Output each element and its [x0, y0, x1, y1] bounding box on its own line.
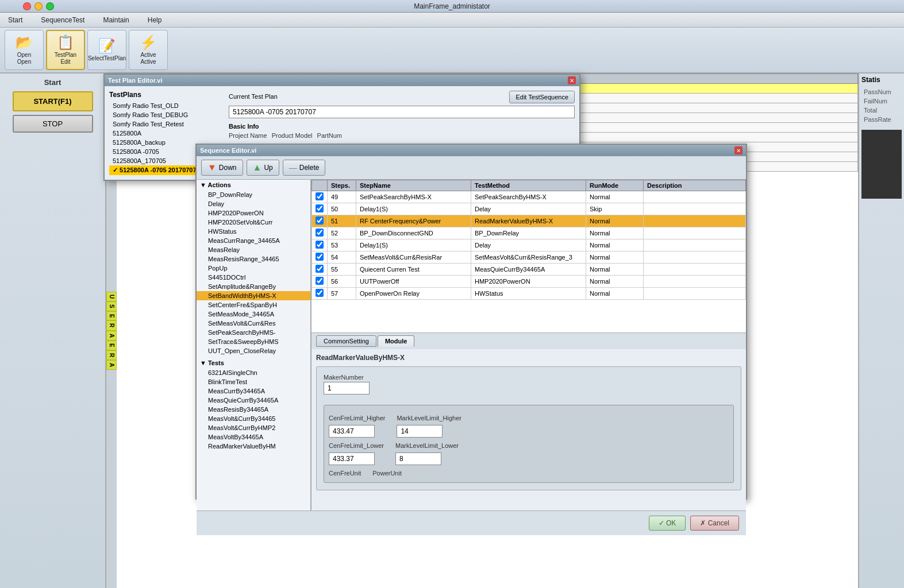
step-check[interactable]	[312, 252, 328, 264]
method-blinktime[interactable]: BlinkTimeTest	[197, 377, 310, 386]
window-controls[interactable]	[23, 2, 54, 10]
test-plan-editor-close[interactable]: ✕	[568, 76, 576, 84]
minimize-button[interactable]	[34, 2, 43, 10]
method-measvoltcurrhmp[interactable]: MeasVolt&CurrByHMP2	[197, 423, 310, 432]
window-title: MainFrame_administator	[414, 2, 490, 10]
method-measvolt34465a[interactable]: MeasVoltBy34465A	[197, 432, 310, 442]
up-button[interactable]: ▲ Up	[247, 160, 279, 176]
menu-sequencetest[interactable]: SequenceTest	[37, 15, 88, 25]
step-row[interactable]: 53 Delay1(S) Delay Normal	[312, 239, 746, 252]
method-setbandwidth[interactable]: SetBandWidthByHMS-X	[197, 291, 310, 300]
title-bar: MainFrame_administator	[0, 0, 904, 13]
power-unit-label: PowerUnit	[372, 470, 402, 477]
step-check[interactable]	[312, 215, 328, 227]
test-plan-editor-titlebar[interactable]: Test Plan Editor.vi ✕	[105, 75, 579, 86]
step-check[interactable]	[312, 239, 328, 252]
cen-fre-higher-input[interactable]	[329, 425, 375, 438]
step-check[interactable]	[312, 203, 328, 215]
stop-button[interactable]: STOP	[13, 115, 93, 133]
menu-start[interactable]: Start	[5, 15, 26, 25]
method-setpeaksearch[interactable]: SetPeakSearchByHMS-	[197, 328, 310, 337]
method-readmarker[interactable]: ReadMarkerValueByHM	[197, 442, 310, 451]
method-measrelay[interactable]: MeasRelay	[197, 245, 310, 254]
method-popup[interactable]: PopUp	[197, 264, 310, 273]
method-hwstatus[interactable]: HWStatus	[197, 227, 310, 236]
method-meascurrrange[interactable]: MeasCurrRange_34465A	[197, 236, 310, 245]
plan-list-item[interactable]: Somfy Radio Test_DEBUG	[109, 110, 224, 119]
method-s4451doctrl[interactable]: S4451DOCtrl	[197, 273, 310, 282]
sequence-editor-window: Sequence Editor.vi ✕ ▼ Down ▲ Up — Delet…	[195, 144, 747, 500]
mark-level-lower-input[interactable]	[395, 452, 441, 465]
cancel-button[interactable]: ✗ Cancel	[690, 516, 739, 531]
mark-level-lower-label: MarkLevelLimit_Lower	[395, 442, 459, 449]
step-name: SetMeasVolt&Curr&ResisRar	[356, 252, 471, 264]
delete-button[interactable]: — Delete	[283, 160, 326, 176]
step-check[interactable]	[312, 191, 328, 203]
ok-button[interactable]: ✓ OK	[649, 516, 686, 531]
method-delay[interactable]: Delay	[197, 199, 310, 208]
step-row[interactable]: 56 UUTPowerOff HMP2020PowerON Normal	[312, 276, 746, 288]
step-row[interactable]: 54 SetMeasVolt&Curr&ResisRar SetMeasVolt…	[312, 252, 746, 264]
method-measvoltcurr34465[interactable]: MeasVolt&CurrBy34465	[197, 414, 310, 423]
current-plan-input[interactable]	[229, 106, 575, 118]
method-setmeasmode[interactable]: SetMeasMode_34465A	[197, 310, 310, 319]
method-measquiecurr[interactable]: MeasQuieCurrBy34465A	[197, 396, 310, 405]
step-row[interactable]: 51 RF CenterFrequency&Power ReadMarkerVa…	[312, 215, 746, 227]
method-hmp2020setvoltcurr[interactable]: HMP2020SetVolt&Curr	[197, 218, 310, 227]
plan-list-item[interactable]: 5125800A	[109, 129, 224, 138]
step-check[interactable]	[312, 264, 328, 276]
active-button[interactable]: ⚡ ActiveActive	[129, 30, 168, 70]
maker-number-input[interactable]	[324, 382, 370, 394]
method-measresis34465a[interactable]: MeasResisBy34465A	[197, 405, 310, 414]
method-setamplitude[interactable]: SetAmplitude&RangeBy	[197, 282, 310, 291]
step-check[interactable]	[312, 288, 328, 300]
module-title: ReadMarkerValueByHMS-X	[316, 354, 741, 362]
sequence-editor-titlebar[interactable]: Sequence Editor.vi ✕	[197, 145, 746, 156]
up-icon: ▲	[253, 163, 262, 173]
right-panel: Statis PassNum FailNum Total PassRate	[858, 74, 904, 588]
method-bp-downrelay[interactable]: BP_DownRelay	[197, 190, 310, 199]
tab-common-setting[interactable]: CommonSetting	[316, 335, 376, 347]
maker-number-label: MakerNumber	[324, 374, 734, 381]
step-desc	[644, 215, 746, 227]
maximize-button[interactable]	[46, 2, 54, 10]
method-measresisrange[interactable]: MeasResisRange_34465	[197, 254, 310, 264]
edit-sequence-button[interactable]: Edit TestSequence	[509, 91, 575, 103]
step-row[interactable]: 55 Quiecent Curren Test MeasQuieCurrBy34…	[312, 264, 746, 276]
sequence-editor-close[interactable]: ✕	[734, 146, 743, 154]
cen-fre-lower-input[interactable]	[329, 452, 375, 465]
menu-help[interactable]: Help	[144, 15, 166, 25]
method-meascurr34465a[interactable]: MeasCurrBy34465A	[197, 386, 310, 396]
method-setcenterfrespan[interactable]: SetCenterFre&SpanByH	[197, 300, 310, 310]
method-setmeasvoltcurr[interactable]: SetMeasVolt&Curr&Res	[197, 319, 310, 328]
start-button[interactable]: START(F1)	[13, 91, 93, 111]
step-method: MeasQuieCurrBy34465A	[471, 264, 586, 276]
seq-main: ▼ Actions BP_DownRelay Delay HMP2020Powe…	[197, 180, 746, 510]
step-row[interactable]: 50 Delay1(S) Delay Skip	[312, 203, 746, 215]
method-settrace[interactable]: SetTrace&SweepByHMS	[197, 337, 310, 346]
step-row[interactable]: 57 OpenPowerOn Relay HWStatus Normal	[312, 288, 746, 300]
method-6321ai[interactable]: 6321AISingleChn	[197, 368, 310, 377]
basic-info-title: Basic Info	[229, 123, 575, 130]
method-uutopenclose[interactable]: UUT_Open_CloseRelay	[197, 346, 310, 355]
plan-list-item[interactable]: Somfy Radio Test_OLD	[109, 101, 224, 110]
open-button[interactable]: 📂 OpenOpen	[5, 30, 44, 70]
step-row[interactable]: 49 SetPeakSearchByHMS-X SetPeakSearchByH…	[312, 191, 746, 203]
sidebar-label-r2: R	[106, 350, 117, 360]
col-testmethod: TestMethod	[471, 180, 586, 191]
mark-level-higher-input[interactable]	[397, 425, 443, 438]
step-row[interactable]: 52 BP_DownDisconnectGND BP_DownRelay Nor…	[312, 227, 746, 239]
menu-maintain[interactable]: Maintain	[99, 15, 132, 25]
close-button[interactable]	[23, 2, 31, 10]
step-check[interactable]	[312, 227, 328, 239]
total-row: Total	[861, 106, 902, 115]
step-name: Quiecent Curren Test	[356, 264, 471, 276]
testplan-button[interactable]: 📋 TestPlanEdit	[46, 30, 85, 70]
step-check[interactable]	[312, 276, 328, 288]
step-desc	[644, 227, 746, 239]
method-hmp2020poweron[interactable]: HMP2020PowerON	[197, 208, 310, 218]
plan-list-item[interactable]: Somfy Radio Test_Retest	[109, 119, 224, 129]
selecttestplan-button[interactable]: 📝 SelectTestPlan	[87, 30, 126, 70]
tab-module[interactable]: Module	[378, 335, 415, 347]
down-button[interactable]: ▼ Down	[201, 160, 243, 176]
